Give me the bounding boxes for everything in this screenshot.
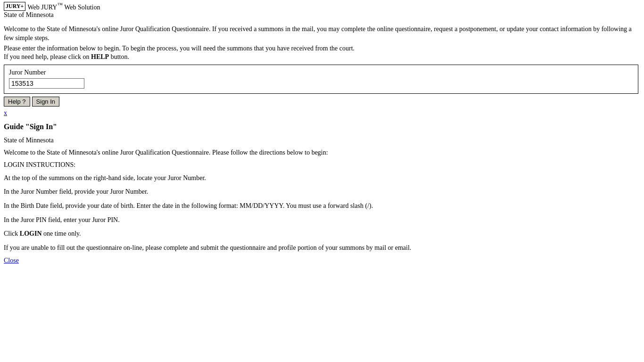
- signin-button[interactable]: Sign In: [32, 97, 59, 107]
- logo-jury: JURY: [6, 3, 21, 10]
- guide-step1: At the top of the summons on the right-h…: [4, 173, 640, 183]
- juror-number-label: Juror Number: [9, 69, 633, 76]
- welcome-paragraph3: If you need help, please click on HELP b…: [4, 53, 640, 61]
- logo-box: JURY+: [4, 2, 25, 11]
- welcome-paragraph2: Please enter the information below to be…: [4, 45, 640, 52]
- state-name: State of Minnesota: [4, 11, 640, 19]
- help-prefix: If you need help, please click on: [4, 53, 91, 60]
- step5-bold: LOGIN: [20, 230, 42, 237]
- guide-title: Guide "Sign In": [4, 123, 640, 131]
- guide-step6: If you are unable to fill out the questi…: [4, 243, 640, 253]
- header-logo: JURY+ Web JURY™ Web Solution: [4, 2, 640, 11]
- guide-step5: Click LOGIN one time only.: [4, 229, 640, 239]
- help-bold: HELP: [91, 53, 109, 60]
- logo-plus: +: [21, 3, 24, 10]
- welcome-section: Welcome to the State of Minnesota's onli…: [4, 25, 640, 61]
- logo-tm: ™: [57, 2, 62, 8]
- welcome-paragraph1: Welcome to the State of Minnesota's onli…: [4, 25, 640, 43]
- guide-login-header: LOGIN INSTRUCTIONS:: [4, 161, 640, 169]
- close-x-link[interactable]: x: [4, 109, 640, 117]
- close-link[interactable]: Close: [4, 257, 19, 264]
- juror-number-input[interactable]: [9, 78, 84, 89]
- step5-prefix: Click: [4, 230, 20, 237]
- button-row: Help ? Sign In: [4, 97, 640, 107]
- guide-step3: In the Birth Date field, provide your da…: [4, 201, 640, 211]
- guide-step2: In the Juror Number field, provide your …: [4, 187, 640, 197]
- help-suffix: button.: [109, 53, 129, 60]
- step5-suffix: one time only.: [42, 230, 81, 237]
- header-section: JURY+ Web JURY™ Web Solution State of Mi…: [4, 2, 640, 19]
- help-button[interactable]: Help ?: [4, 97, 30, 107]
- guide-welcome: Welcome to the State of Minnesota's onli…: [4, 149, 640, 156]
- app-title: Web JURY™ Web Solution: [27, 2, 100, 11]
- guide-section: Guide "Sign In" State of Minnesota Welco…: [4, 123, 640, 265]
- guide-step4: In the Juror PIN field, enter your Juror…: [4, 215, 640, 225]
- guide-state-name: State of Minnesota: [4, 137, 640, 144]
- form-box: Juror Number: [4, 65, 638, 94]
